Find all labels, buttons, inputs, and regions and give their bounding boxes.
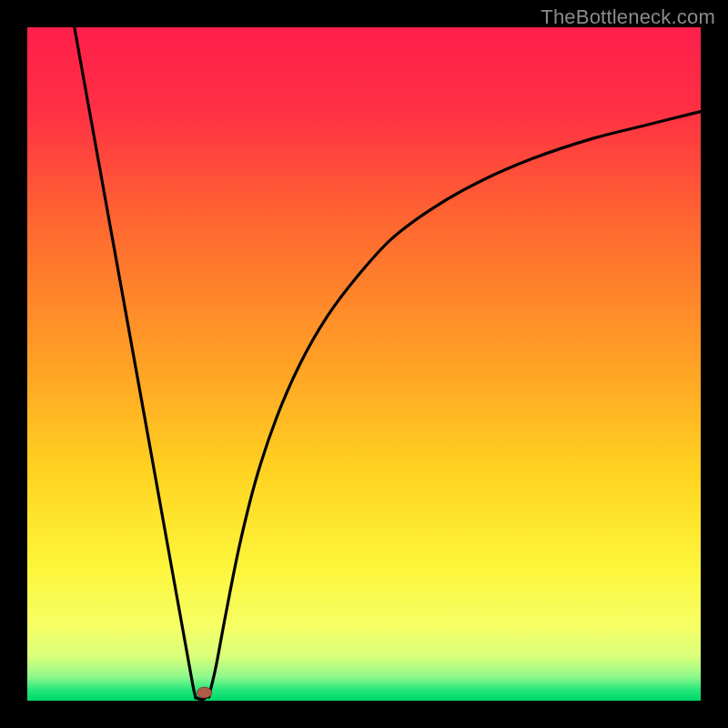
optimum-marker — [197, 687, 212, 698]
chart-frame — [27, 27, 701, 701]
watermark-text: TheBottleneck.com — [541, 5, 715, 29]
chart-background — [27, 27, 701, 701]
bottleneck-chart — [27, 27, 701, 701]
